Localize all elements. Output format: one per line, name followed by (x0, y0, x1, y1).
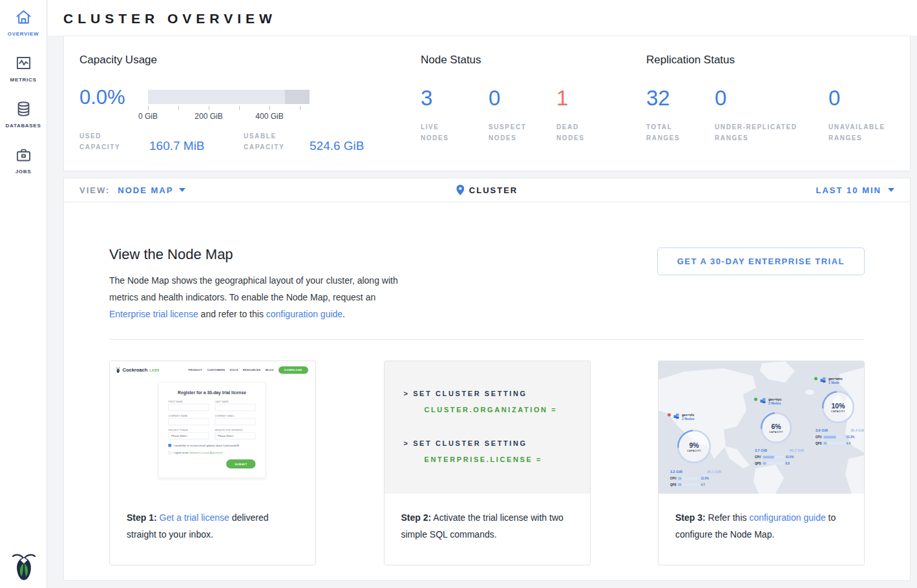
dead-nodes-label: DEADNODES (556, 121, 585, 143)
time-range-dropdown[interactable]: LAST 10 MIN (816, 185, 894, 195)
replication-status-section: Replication Status 32 TOTALRANGES 0 UNDE… (646, 36, 910, 171)
sidebar-item-overview[interactable]: OVERVIEW (0, 8, 47, 37)
breadcrumb-cluster: CLUSTER (456, 185, 518, 195)
reason-for-interest-select: Please Select (215, 432, 256, 439)
status-dot-red-icon (668, 414, 671, 417)
nav-item: RESOURCES (243, 369, 261, 372)
dead-nodes-value: 1 (556, 87, 585, 110)
project-phase-select: Please Select (169, 432, 209, 439)
step1-card: Cockroach LABS PRODUCT CUSTOMERS DOCS RE… (109, 361, 316, 565)
suspect-nodes-stat: 0 SUSPECTNODES (489, 87, 556, 143)
nodemap-description: The Node Map shows the geographical layo… (109, 272, 408, 322)
under-replicated-ranges-value: 0 (715, 87, 828, 110)
dead-nodes-stat: 1 DEADNODES (556, 87, 585, 143)
nodemap-heading: View the Node Map (109, 246, 408, 263)
node-status-section: Node Status 3 LIVENODES 0 SUSPECTNODES (421, 36, 646, 171)
live-nodes-label: LIVENODES (421, 121, 489, 143)
used-capacity-value: 160.7 MiB (149, 139, 211, 152)
live-nodes-stat: 3 LIVENODES (421, 87, 489, 143)
chevron-down-icon (888, 188, 894, 192)
submit-button: SUBMIT (226, 459, 255, 468)
total-ranges-label: TOTALRANGES (646, 121, 715, 143)
mini-cockroach-logo: Cockroach LABS (116, 367, 160, 373)
map-cluster-ams: geo=ams1 Node (814, 377, 843, 384)
sidebar-item-label: OVERVIEW (8, 31, 39, 37)
unavailable-ranges-value: 0 (828, 87, 885, 110)
briefcase-icon (15, 146, 32, 163)
under-replicated-ranges-stat: 0 UNDER-REPLICATEDRANGES (715, 87, 828, 143)
company-name-field (169, 418, 209, 425)
trial-registration-form: Register for a 30-day trial license FIRS… (158, 383, 266, 478)
capacity-bar-tail (285, 90, 310, 104)
cluster-summary-card: Capacity Usage 0.0% 0 GiB 200 GiB 400 Gi… (63, 36, 911, 171)
sidebar-item-jobs[interactable]: JOBS (0, 146, 47, 174)
download-button: DOWNLOAD (279, 366, 308, 374)
configuration-guide-link[interactable]: configuration guide (749, 512, 825, 523)
chevron-down-icon (179, 188, 185, 192)
node-stack-icon (820, 377, 827, 384)
capacity-tick-label: 0 GiB (138, 112, 158, 121)
total-ranges-stat: 32 TOTALRANGES (646, 87, 715, 143)
view-bar: VIEW: NODE MAP CLUSTER LAST 10 MIN (64, 178, 910, 202)
view-label: VIEW: (79, 185, 110, 195)
get-trial-license-link[interactable]: Get a trial license (160, 512, 229, 523)
usable-capacity-value: 524.6 GiB (310, 139, 364, 152)
section-divider (109, 339, 865, 340)
sidebar-item-label: DATABASES (6, 123, 41, 129)
nodemap-panel: VIEW: NODE MAP CLUSTER LAST 10 MIN (63, 178, 911, 581)
nav-item: CUSTOMERS (207, 369, 226, 372)
under-replicated-ranges-label: UNDER-REPLICATEDRANGES (715, 121, 828, 143)
capacity-usage-section: Capacity Usage 0.0% 0 GiB 200 GiB 400 Gi… (64, 36, 421, 171)
unavailable-ranges-stat: 0 UNAVAILABLERANGES (828, 87, 885, 143)
suspect-nodes-value: 0 (489, 87, 556, 110)
company-email-field (215, 418, 256, 425)
first-name-field (169, 404, 209, 411)
status-dot-green-icon (754, 398, 757, 401)
capacity-gauge-ams: 10% CAPACITY (822, 391, 854, 423)
step1-screenshot: Cockroach LABS PRODUCT CUSTOMERS DOCS RE… (110, 361, 315, 494)
step2-caption: Step 2: Activate the trial license with … (385, 494, 590, 565)
enterprise-trial-button[interactable]: GET A 30-DAY ENTERPRISE TRIAL (657, 247, 865, 275)
status-dot-green-icon (814, 377, 817, 381)
capacity-tick-label: 200 GiB (195, 112, 222, 121)
suspect-nodes-label: SUSPECTNODES (489, 121, 556, 143)
map-cluster-sfo: geo=sfo2 Nodes (668, 413, 694, 421)
cockroachdb-logo (0, 551, 47, 582)
checkbox-checked-icon (169, 444, 172, 447)
used-capacity-label: USEDCAPACITY (79, 131, 132, 152)
sidebar-item-label: METRICS (10, 77, 37, 83)
enterprise-trial-license-link[interactable]: Enterprise trial license (109, 309, 198, 319)
step3-caption: Step 3: Refer this configuration guide t… (659, 494, 864, 565)
breadcrumb-label: CLUSTER (469, 185, 518, 195)
mini-site-nav: PRODUCT CUSTOMERS DOCS RESOURCES BLOG DO… (189, 366, 308, 374)
location-pin-icon (456, 185, 464, 195)
configuration-guide-link[interactable]: configuration guide (266, 309, 343, 319)
step2-card: > SET CLUSTER SETTING CLUSTER.ORGANIZATI… (384, 361, 591, 565)
step1-caption: Step 1: Get a trial license delivered st… (110, 494, 315, 565)
cockroach-bug-icon (116, 367, 121, 373)
database-icon (15, 100, 32, 118)
step3-card: geo=sfo2 Nodes 9% CAPACITY 3.2 GiB35.1 G… (658, 361, 865, 565)
live-nodes-value: 3 (421, 87, 489, 110)
node-stack-icon (760, 397, 766, 405)
home-icon (15, 8, 32, 26)
step3-nodemap-preview: geo=sfo2 Nodes 9% CAPACITY 3.2 GiB35.1 G… (659, 361, 864, 494)
form-title: Register for a 30-day trial license (169, 390, 256, 395)
map-cluster-nyc: geo=nyc2 Nodes (754, 397, 781, 405)
node-status-title: Node Status (421, 54, 646, 67)
unavailable-ranges-label: UNAVAILABLERANGES (828, 121, 885, 143)
sidebar: OVERVIEW METRICS DATABASES JOBS (0, 0, 47, 588)
sidebar-item-metrics[interactable]: METRICS (0, 54, 47, 83)
usable-capacity-label: USABLECAPACITY (244, 131, 297, 152)
view-selector-dropdown[interactable]: NODE MAP (118, 185, 185, 195)
nav-item: PRODUCT (189, 369, 203, 372)
node-stack-icon (673, 413, 680, 421)
capacity-bar: 0 GiB 200 GiB 400 GiB (148, 90, 310, 122)
cockroach-bug-icon (12, 551, 36, 582)
capacity-gauge-sfo: 9% CAPACITY (677, 430, 711, 463)
sidebar-item-databases[interactable]: DATABASES (0, 100, 47, 129)
total-ranges-value: 32 (646, 87, 715, 110)
replication-status-title: Replication Status (646, 54, 910, 67)
email-updates-checkbox: I would like to receive email updates ab… (169, 444, 256, 447)
sidebar-item-label: JOBS (16, 169, 32, 174)
